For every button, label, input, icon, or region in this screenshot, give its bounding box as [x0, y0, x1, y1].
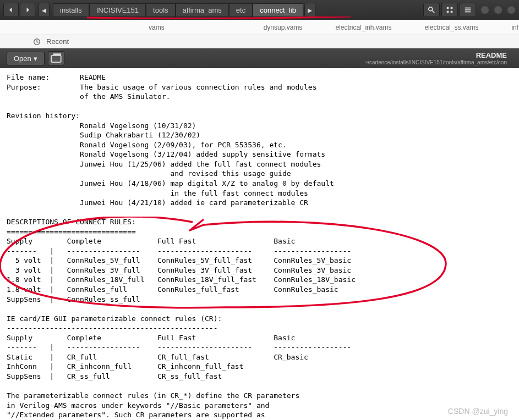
forward-button[interactable]	[20, 3, 35, 17]
svg-point-0	[429, 7, 433, 11]
close-button[interactable]	[507, 5, 516, 14]
breadcrumb-incisive151[interactable]: INCISIVE151	[89, 3, 146, 17]
file-item[interactable]: electrical_ss.vams	[424, 24, 478, 31]
svg-rect-8	[465, 12, 471, 13]
file-item[interactable]: inhconn.	[511, 24, 519, 31]
file-item[interactable]: dynsup.vams	[264, 24, 303, 31]
watermark: CSDN @zui_ying	[448, 407, 508, 416]
breadcrumb-installs[interactable]: installs	[53, 3, 89, 17]
svg-rect-11	[53, 53, 61, 56]
svg-rect-7	[465, 9, 471, 10]
svg-rect-5	[451, 11, 453, 13]
svg-rect-2	[447, 7, 449, 9]
path-left-button[interactable]: ◂	[39, 3, 50, 17]
breadcrumb-tools[interactable]: tools	[146, 3, 175, 17]
recent-label: Recent	[46, 37, 69, 46]
back-button[interactable]	[3, 3, 19, 17]
open-button[interactable]: Open▾	[7, 52, 45, 65]
svg-rect-10	[51, 56, 61, 62]
search-icon[interactable]	[423, 3, 440, 17]
clock-icon	[33, 38, 41, 46]
minimize-button[interactable]	[480, 5, 489, 14]
recent-row[interactable]: Recent	[0, 35, 519, 48]
titlebar: ◂ installs INCISIVE151 tools affirma_ams…	[0, 0, 519, 20]
breadcrumb-affirma-ams[interactable]: affirma_ams	[176, 3, 229, 17]
svg-rect-3	[451, 7, 453, 9]
svg-rect-6	[465, 8, 471, 9]
file-item[interactable]: electrical_inh.vams	[335, 24, 391, 31]
menu-icon[interactable]	[460, 3, 476, 17]
maximize-button[interactable]	[494, 5, 502, 14]
editor-header: Open▾ README ~/cadence/installs/INCISIVE…	[0, 48, 519, 68]
breadcrumbs: installs INCISIVE151 tools affirma_ams e…	[53, 3, 423, 17]
grid-view-icon[interactable]	[441, 3, 458, 17]
path-right-button[interactable]: ▸	[304, 3, 315, 17]
svg-line-1	[432, 10, 434, 13]
editor-content[interactable]: File name: README Purpose: The basic usa…	[0, 68, 519, 420]
file-item[interactable]: vams	[149, 24, 165, 31]
svg-rect-4	[447, 11, 449, 13]
breadcrumb-connect-lib[interactable]: connect_lib	[253, 3, 303, 17]
new-tab-icon[interactable]	[48, 51, 64, 65]
file-grid-row: vams dynsup.vams electrical_inh.vams ele…	[0, 20, 519, 35]
chevron-down-icon: ▾	[34, 54, 37, 63]
breadcrumb-etc[interactable]: etc	[229, 3, 253, 17]
editor-title-block: README ~/cadence/installs/INCISIVE151/to…	[364, 51, 512, 65]
